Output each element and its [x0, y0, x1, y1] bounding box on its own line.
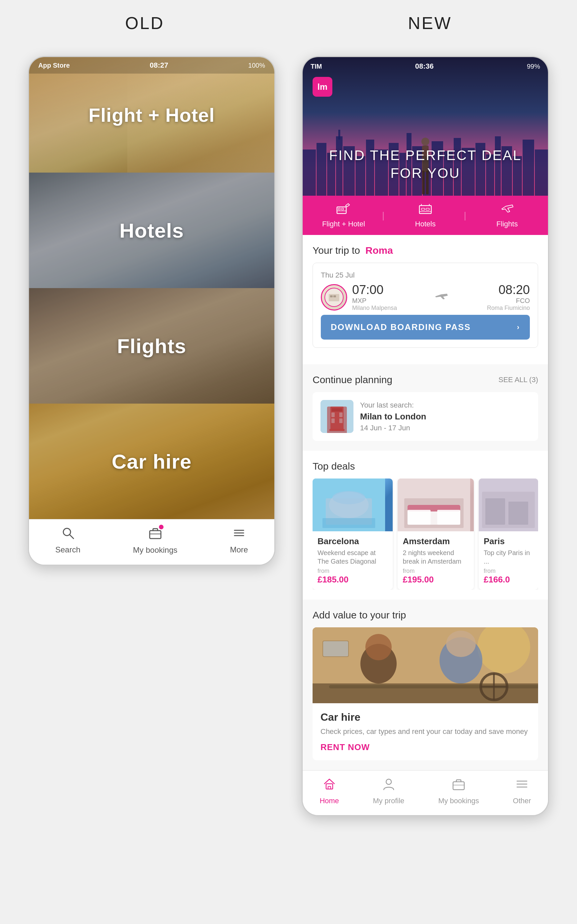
new-nav-other[interactable]: Other [513, 777, 531, 805]
old-time: 08:27 [150, 61, 168, 69]
barcelona-city: Barcelona [318, 536, 388, 546]
deal-card-paris[interactable]: Paris Top city Paris in ... from £166.0 [479, 478, 538, 590]
new-nav-bookings-label: My bookings [438, 796, 479, 805]
amsterdam-price: £195.00 [403, 575, 469, 585]
svg-rect-49 [321, 400, 353, 433]
tab-flights-label: Flights [496, 220, 518, 228]
svg-rect-91 [453, 782, 464, 790]
new-nav-profile[interactable]: My profile [373, 777, 404, 805]
new-hero-text: FIND THE PERFECT DEAL FOR YOU [303, 147, 548, 183]
old-menu-flights[interactable]: Flights [29, 288, 274, 404]
svg-line-1 [70, 535, 74, 539]
old-nav-more-label: More [230, 545, 248, 554]
old-nav-bookings-label: My bookings [133, 546, 177, 555]
deal-card-amsterdam[interactable]: Amsterdam 2 nights weekend break in Amst… [398, 478, 474, 590]
amsterdam-from: from [403, 568, 469, 575]
svg-rect-67 [408, 510, 430, 525]
svg-rect-43 [426, 208, 429, 210]
car-hire-image [313, 627, 538, 703]
svg-rect-72 [485, 498, 505, 525]
depart-city: Milano Malpensa [352, 305, 397, 312]
new-time: 08:36 [415, 62, 434, 71]
svg-rect-61 [322, 518, 375, 528]
tab-flight-hotel[interactable]: Flight + Hotel [303, 196, 384, 235]
arrive-city: Roma Fiumicino [487, 305, 530, 312]
paris-desc: Top city Paris in ... [484, 548, 533, 565]
barcelona-price: £185.00 [318, 575, 388, 585]
last-search-card[interactable]: Your last search: Milan to London 14 Jun… [313, 392, 538, 441]
svg-rect-50 [330, 407, 343, 430]
depart-time: 07:00 [352, 283, 397, 297]
tab-flights[interactable]: Flights [466, 196, 548, 235]
last-search-subtitle: Your last search: [360, 401, 530, 410]
old-bottom-nav: Search M [29, 519, 274, 565]
new-nav-other-label: Other [513, 796, 531, 805]
new-bottom-nav: Home My profile [303, 770, 548, 815]
arrive-time: 08:20 [487, 283, 530, 297]
car-hire-desc: Check prices, car types and rent your ca… [321, 727, 530, 737]
deal-card-barcelona[interactable]: Barcelona Weekend escape at The Gates Di… [313, 478, 393, 590]
svg-rect-37 [338, 208, 340, 210]
depart-block: 07:00 MXP Milano Malpensa [352, 283, 397, 312]
new-hero: TIM 08:36 99% lm [303, 57, 548, 196]
trip-section: Your trip to Roma Thu 25 Jul [303, 235, 548, 364]
add-value-title: Add value to your trip [313, 609, 538, 621]
old-nav-search[interactable]: Search [55, 527, 81, 554]
see-all-link[interactable]: SEE ALL (3) [498, 376, 538, 384]
arrive-code: FCO [487, 297, 530, 305]
new-label: NEW [408, 13, 452, 33]
old-nav-bookings[interactable]: My bookings [133, 526, 177, 555]
search-icon [61, 527, 74, 543]
svg-rect-68 [437, 510, 460, 525]
new-nav-profile-label: My profile [373, 796, 404, 805]
airline-logo [321, 284, 347, 310]
boarding-pass-button[interactable]: DOWNLOAD BOARDING PASS › [321, 315, 530, 339]
svg-rect-56 [329, 429, 345, 431]
svg-rect-73 [508, 502, 528, 525]
svg-rect-11 [338, 130, 340, 140]
svg-rect-78 [323, 641, 348, 656]
svg-rect-47 [330, 296, 333, 297]
svg-rect-54 [331, 418, 335, 423]
svg-rect-48 [334, 296, 336, 297]
tab-hotels-label: Hotels [415, 220, 435, 228]
new-nav-home-label: Home [319, 796, 339, 805]
old-nav-more[interactable]: More [230, 527, 248, 554]
old-battery: 100% [248, 62, 265, 69]
last-search-route: Milan to London [360, 412, 530, 422]
svg-rect-38 [342, 208, 343, 210]
old-hero-section: Flight + Hotel Hotels Flights [29, 57, 274, 519]
barcelona-from: from [318, 568, 388, 575]
new-carrier: TIM [311, 63, 322, 70]
old-label: OLD [125, 13, 164, 33]
person-icon [382, 777, 396, 794]
chevron-right-icon: › [517, 323, 520, 332]
old-menu-label-0: Flight + Hotel [89, 104, 215, 126]
tab-flight-hotel-label: Flight + Hotel [322, 220, 365, 228]
depart-code: MXP [352, 297, 397, 305]
boarding-pass-label: DOWNLOAD BOARDING PASS [331, 322, 471, 332]
last-search-dates: 14 Jun - 17 Jun [360, 424, 530, 432]
old-nav-search-label: Search [55, 545, 81, 554]
old-menu-flight-hotel[interactable]: Flight + Hotel [29, 57, 274, 173]
top-deals-section: Top deals [303, 451, 548, 599]
new-nav-home[interactable]: Home [319, 777, 339, 805]
svg-rect-42 [421, 208, 425, 210]
hero-tagline: FIND THE PERFECT DEAL FOR YOU [303, 147, 548, 183]
flights-icon [500, 202, 514, 217]
flight-arrow-icon [402, 292, 482, 303]
new-nav-bookings[interactable]: My bookings [438, 777, 479, 805]
old-menu-hotels[interactable]: Hotels [29, 173, 274, 288]
arrive-block: 08:20 FCO Roma Fiumicino [487, 283, 530, 312]
svg-point-82 [446, 631, 476, 657]
tab-hotels[interactable]: Hotels [384, 196, 466, 235]
old-menu-label-1: Hotels [119, 219, 184, 242]
svg-rect-46 [329, 294, 339, 301]
old-menu-car-hire[interactable]: Car hire [29, 404, 274, 519]
hotels-icon [418, 202, 433, 217]
other-menu-icon [515, 777, 529, 794]
new-phone: TIM 08:36 99% lm [302, 56, 549, 816]
rent-now-button[interactable]: RENT NOW [321, 742, 370, 753]
svg-point-32 [421, 137, 429, 145]
continue-planning-title: Continue planning [313, 374, 392, 385]
